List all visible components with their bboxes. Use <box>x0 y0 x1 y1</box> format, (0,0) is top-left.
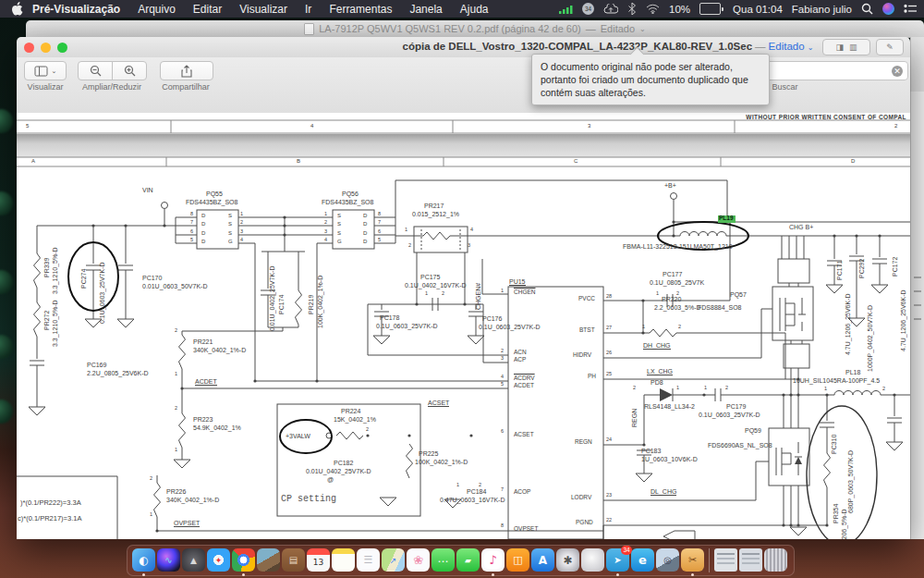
close-button[interactable] <box>24 43 34 53</box>
menu-clock[interactable]: Qua 01:04 <box>733 4 783 15</box>
dock-e-app[interactable]: e <box>631 548 654 572</box>
itunes-icon: ♪ <box>481 548 505 572</box>
background-toolbar-fragment: ✎ <box>876 39 904 55</box>
books-icon: ◫ <box>506 548 529 572</box>
dock-messages[interactable]: … <box>432 548 455 572</box>
schematic-label: 4.7_1206_5%-D <box>841 509 847 539</box>
wifi-icon[interactable] <box>646 4 660 14</box>
preview-window: cópia de DELL_Vostro_1320-COMPAL_LA-4232… <box>17 37 910 539</box>
dock-reminders[interactable]: ☰ <box>357 548 380 572</box>
cloud-upload-icon[interactable] <box>603 4 618 15</box>
schematic-label: c)*(0.1/PR217)=3.1A <box>18 515 81 523</box>
view-menu-button[interactable]: ⌄ <box>24 61 67 80</box>
schematic-label: PL18 <box>845 369 860 375</box>
dock-safari[interactable]: ✦ <box>207 548 230 572</box>
dock-itunes[interactable]: ♪ <box>481 548 505 572</box>
zoom-in-button[interactable] <box>112 61 147 80</box>
schematic-label: REGN <box>575 439 592 446</box>
zoom-button[interactable] <box>57 43 67 53</box>
dock-contacts[interactable]: ▤ <box>282 548 305 572</box>
menu-visualizar[interactable]: Visualizar <box>239 3 287 16</box>
dock-mail-photo[interactable] <box>257 548 280 572</box>
schematic-label: S <box>228 213 232 218</box>
schematic-label: LX_CHG <box>647 368 673 375</box>
minimize-button[interactable] <box>41 43 51 53</box>
schematic-label: 340K_0402_1%-D <box>193 347 246 353</box>
schematic-label: VIN <box>142 187 153 193</box>
schematic-label: 2 <box>240 220 243 226</box>
dock-image-viewer[interactable]: ◎ <box>656 548 679 572</box>
schematic-label: 3 <box>501 356 504 362</box>
cellular-icon[interactable] <box>559 4 573 14</box>
menu-arquivo[interactable]: Arquivo <box>138 3 176 16</box>
bluetooth-icon[interactable] <box>627 3 637 15</box>
dock-photos[interactable]: ❀ <box>407 548 430 572</box>
dock-finder[interactable]: ◐ <box>132 548 155 572</box>
share-button[interactable] <box>160 61 213 80</box>
clear-search-icon[interactable]: ✕ <box>892 66 903 77</box>
dock-books[interactable]: ◫ <box>506 548 529 572</box>
apple-menu-icon[interactable] <box>11 2 23 16</box>
dock-gray-app[interactable] <box>581 548 604 572</box>
edited-menu[interactable]: Editado <box>769 41 805 52</box>
dock-notes[interactable] <box>332 548 355 572</box>
schematic-label: 15K_0402_1% <box>334 416 376 423</box>
notification-center-icon[interactable] <box>904 4 917 14</box>
schematic-label: REGN <box>631 409 638 427</box>
pdf-page[interactable]: WITHOUT PRIOR WRITTEN CONSENT OF COMPAL <box>17 113 910 539</box>
dock-siri[interactable]: ∿ <box>157 548 180 572</box>
battery-icon[interactable] <box>699 3 723 15</box>
schematic-label: 3 <box>588 123 590 129</box>
schematic-label: 1 <box>175 372 177 377</box>
dock-minimized-window-2[interactable] <box>739 548 762 572</box>
dock-maps[interactable]: ↗ <box>382 548 405 572</box>
background-window-edited[interactable]: Editado <box>601 23 635 34</box>
schematic-label: PC310 <box>831 435 837 454</box>
battery-percent: 10% <box>669 4 690 15</box>
menu-ir[interactable]: Ir <box>305 3 311 16</box>
dock-clipper[interactable]: ✂ <box>681 548 704 572</box>
menu-ferramentas[interactable]: Ferramentas <box>329 3 392 16</box>
schematic-label: 1 <box>405 228 407 233</box>
siri-icon[interactable] <box>882 3 894 15</box>
schematic-label: PC182 <box>334 460 353 466</box>
schematic-label: PC274 <box>80 269 87 289</box>
schematic-label: RLS4148_LL34-2 <box>644 403 695 410</box>
dock-minimized-window-1[interactable] <box>714 548 737 572</box>
background-window-titlebar[interactable]: LA-7912P Q5WV1 Q5WS1 REV 0.2.pdf (página… <box>26 20 924 38</box>
schematic-label: 4 <box>501 375 504 380</box>
schematic-label: 4.7U_1206_25V6K-D <box>900 289 906 351</box>
schematic-label: PQ55 <box>206 191 223 197</box>
schematic-label: 5 <box>190 238 193 243</box>
menu-ajuda[interactable]: Ajuda <box>460 3 489 16</box>
fast-user-switch[interactable]: Fabiano julio <box>792 4 852 15</box>
dock-facetime[interactable]: ▰ <box>456 548 480 572</box>
dock-system-preferences[interactable]: ✱ <box>556 548 579 572</box>
background-window-page-sliver <box>910 92 924 539</box>
schematic-label: PR339 <box>43 258 50 277</box>
menu-janela[interactable]: Janela <box>409 3 442 16</box>
timer-badge[interactable]: 34 <box>582 3 594 15</box>
schematic-label: 3 <box>240 229 243 235</box>
dock-trash[interactable] <box>764 548 787 572</box>
schematic-label: HIDRV <box>573 352 591 359</box>
running-indicator <box>691 573 694 576</box>
running-indicator <box>492 573 494 576</box>
window-title: cópia de DELL_Vostro_1320-COMPAL_LA-4232… <box>312 41 904 52</box>
menu-pr-visualiza-o[interactable]: Pré-Visualização <box>32 3 120 16</box>
schematic-label: 7 <box>378 220 381 226</box>
search-icon[interactable] <box>861 3 873 15</box>
schematic-label: 1 <box>676 386 679 391</box>
window-titlebar[interactable]: cópia de DELL_Vostro_1320-COMPAL_LA-4232… <box>17 37 910 58</box>
dock-launchpad[interactable]: ▲ <box>182 548 205 572</box>
dock-chrome[interactable] <box>232 548 255 572</box>
schematic-label: 2 <box>408 243 411 249</box>
schematic-label: PC172 <box>892 257 898 277</box>
dock-telegram[interactable]: ➤34 <box>606 548 629 572</box>
schematic-label: FDS8884_SO8 <box>698 304 741 311</box>
dock-calendar[interactable]: 13 <box>307 548 330 572</box>
dock-app-store[interactable]: A <box>531 548 554 572</box>
menu-editar[interactable]: Editar <box>193 3 222 16</box>
schematic-label: 5 <box>26 123 29 129</box>
zoom-out-button[interactable] <box>78 61 113 80</box>
